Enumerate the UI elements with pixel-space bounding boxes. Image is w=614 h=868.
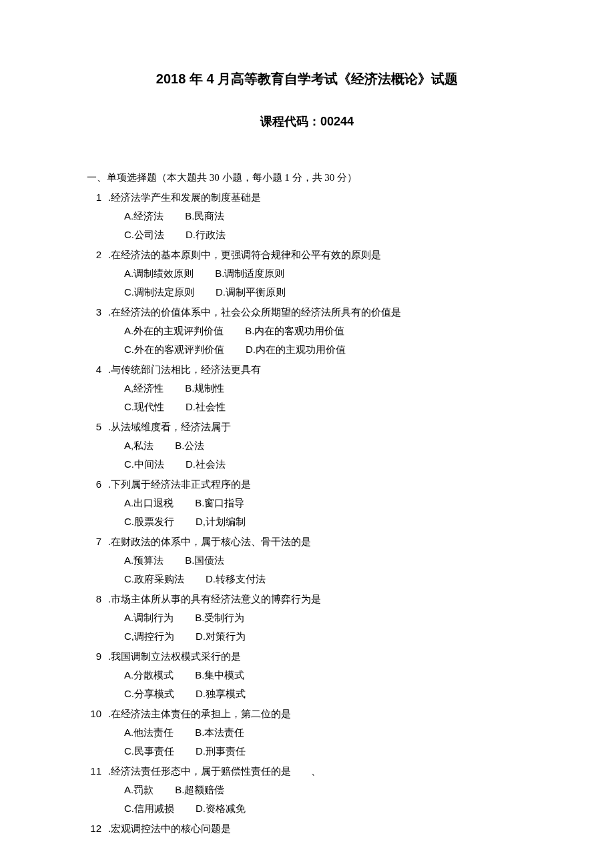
- question-7: 7.在财政法的体系中，属于核心法、骨干法的是A.预算法B.国债法C.政府采购法D…: [87, 532, 527, 588]
- option-text: 窗口指导: [204, 498, 244, 508]
- option-text: 内在的客观功用价值: [254, 326, 344, 336]
- option: C.中间法: [124, 455, 164, 474]
- option-label: D.: [196, 803, 206, 814]
- option-row: A.外在的主观评判价值B.内在的客观功用价值: [124, 322, 527, 340]
- question-options: A.分散模式B.集中模式C.分享模式D.独享模式: [124, 666, 527, 703]
- option-row: A.分散模式B.集中模式: [124, 666, 527, 685]
- question-stem: .我国调制立法权模式采行的是: [108, 648, 527, 666]
- option-label: D.: [196, 745, 206, 757]
- option-row: C.民事责任D.刑事责任: [124, 742, 527, 761]
- question-options: A.调制绩效原则B.调制适度原则C.调制法定原则D.调制平衡原则: [124, 264, 527, 302]
- option-label: C.: [124, 688, 134, 699]
- option: C.现代性: [124, 398, 164, 416]
- section-1-heading: 一、单项选择题（本大题共 30 小题，每小题 1 分，共 30 分）: [87, 169, 527, 187]
- option-label: D,: [196, 516, 206, 527]
- question-line: 8.市场主体所从事的具有经济法意义的博弈行为是: [87, 590, 527, 608]
- option: C.政府采购法: [124, 570, 184, 588]
- option-row: A.出口退税B.窗口指导: [124, 494, 527, 512]
- option: D.社会性: [186, 398, 226, 416]
- option-row: C.分享模式D.独享模式: [124, 685, 527, 703]
- question-stem: .在经济法主体责任的承担上，第二位的是: [108, 705, 527, 723]
- option-label: B.: [175, 784, 184, 795]
- option-label: A.: [124, 554, 133, 566]
- option: B.民商法: [185, 207, 224, 226]
- option: C,调控行为: [124, 627, 174, 646]
- questions-list: 1.经济法学产生和发展的制度基础是A.经济法B.民商法C.公司法D.行政法2.在…: [87, 188, 527, 838]
- option-label: A.: [124, 268, 133, 279]
- option-row: C.调制法定原则D.调制平衡原则: [124, 283, 527, 302]
- question-stem: .与传统部门法相比，经济法更具有: [108, 361, 527, 379]
- question-options: A,私法B.公法C.中间法D.社会法: [124, 436, 527, 474]
- option-label: B.: [195, 497, 204, 508]
- question-number: 11: [87, 762, 101, 780]
- option-text: 经济法: [133, 211, 164, 222]
- question-stem: .从法域维度看，经济法属于: [108, 418, 527, 436]
- question-number: 2: [87, 246, 101, 264]
- option-label: C.: [124, 344, 134, 355]
- option-text: 中间法: [134, 459, 164, 470]
- option-row: A.调制行为B.受制行为: [124, 608, 527, 627]
- option-label: A.: [124, 497, 133, 508]
- option-text: 计划编制: [206, 516, 246, 527]
- option-label: D.: [216, 286, 226, 298]
- option-label: A.: [124, 612, 133, 623]
- question-stem: .经济法责任形态中，属于赔偿性责任的是 、: [108, 763, 527, 781]
- option: D.资格减免: [196, 799, 246, 818]
- question-3: 3.在经济法的价值体系中，社会公众所期望的经济法所具有的价值是A.外在的主观评判…: [87, 303, 527, 359]
- option-label: D.: [196, 630, 206, 642]
- option-text: 政府采购法: [134, 574, 184, 584]
- option-row: C.信用减损D.资格减免: [124, 799, 527, 818]
- option: B.受制行为: [195, 608, 244, 627]
- option-label: D.: [246, 344, 256, 355]
- option: B.公法: [175, 436, 204, 455]
- option-label: B.: [245, 325, 254, 336]
- option-text: 罚款: [133, 785, 154, 795]
- question-line: 7.在财政法的体系中，属于核心法、骨干法的是: [87, 532, 527, 551]
- option: A.他法责任: [124, 723, 174, 742]
- option-text: 社会法: [196, 459, 226, 470]
- option-text: 外在的客观评判价值: [134, 344, 224, 355]
- option-text: 他法责任: [133, 727, 174, 738]
- option-text: 规制性: [194, 383, 224, 394]
- option-label: D.: [196, 688, 206, 699]
- question-stem: .在财政法的体系中，属于核心法、骨干法的是: [108, 533, 527, 551]
- option-text: 信用减损: [134, 803, 174, 814]
- option-text: 对策行为: [206, 631, 246, 642]
- question-number: 7: [87, 532, 101, 550]
- option-text: 转移支付法: [216, 574, 266, 584]
- option-row: C.中间法D.社会法: [124, 455, 527, 474]
- question-line: 2.在经济法的基本原则中，更强调符合规律和公平有效的原则是: [87, 246, 527, 264]
- option: B.集中模式: [195, 666, 244, 685]
- question-9: 9.我国调制立法权模式采行的是A.分散模式B.集中模式C.分享模式D.独享模式: [87, 647, 527, 703]
- question-options: A.外在的主观评判价值B.内在的客观功用价值C.外在的客观评判价值D.内在的主观…: [124, 322, 527, 359]
- option: D.转移支付法: [206, 570, 266, 588]
- question-line: 5.从法域维度看，经济法属于: [87, 418, 527, 436]
- option: C.外在的客观评判价值: [124, 340, 224, 359]
- option-label: B.: [185, 554, 194, 566]
- option: A.经济法: [124, 207, 164, 226]
- option: C.公司法: [124, 226, 164, 244]
- option-label: C,: [124, 630, 134, 642]
- question-line: 4.与传统部门法相比，经济法更具有: [87, 360, 527, 379]
- option-label: A,: [124, 382, 133, 394]
- option-text: 经济性: [133, 383, 164, 394]
- option: D.刑事责任: [196, 742, 246, 761]
- question-1: 1.经济法学产生和发展的制度基础是A.经济法B.民商法C.公司法D.行政法: [87, 188, 527, 244]
- option-label: A.: [124, 784, 133, 795]
- question-number: 1: [87, 188, 101, 206]
- option-text: 资格减免: [206, 803, 246, 814]
- option-label: A.: [124, 727, 133, 738]
- option-label: D.: [186, 458, 196, 470]
- option-label: C.: [124, 401, 134, 412]
- question-options: A.调制行为B.受制行为C,调控行为D.对策行为: [124, 608, 527, 646]
- option-row: A.经济法B.民商法: [124, 207, 527, 226]
- option: A.预算法: [124, 551, 164, 570]
- option: A.调制行为: [124, 608, 174, 627]
- option-label: D.: [206, 573, 216, 584]
- option-label: B.: [215, 268, 224, 279]
- option-label: B.: [195, 727, 204, 738]
- option-text: 公法: [184, 440, 204, 451]
- question-number: 6: [87, 475, 101, 493]
- option-row: C,调控行为D.对策行为: [124, 627, 527, 646]
- option-text: 调制平衡原则: [226, 287, 286, 298]
